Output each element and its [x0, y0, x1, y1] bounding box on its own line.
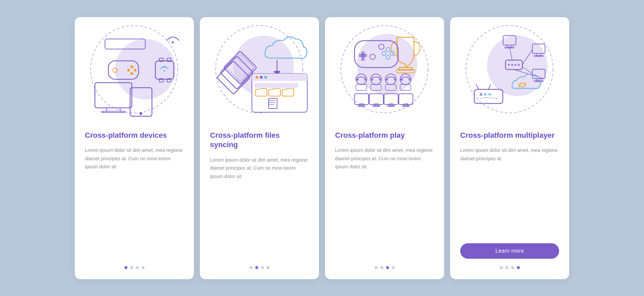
card-multiplayer-content: Cross-platform multiplayer Lorem ipsum d…	[450, 125, 569, 259]
dot-2	[255, 266, 258, 269]
svg-point-16	[134, 69, 137, 72]
card-files-illustration	[200, 17, 319, 125]
svg-rect-62	[400, 79, 403, 81]
dot-1	[124, 266, 127, 269]
svg-point-15	[130, 66, 133, 68]
dot-3	[511, 266, 514, 269]
svg-point-91	[518, 64, 520, 66]
dot-3	[261, 266, 264, 269]
svg-point-90	[515, 64, 517, 66]
card-files-title: Cross-platform files syncing	[210, 131, 309, 150]
card-files-syncing: Cross-platform files syncing Lorem ipsum…	[200, 17, 319, 279]
svg-line-100	[476, 84, 479, 89]
card-devices: Cross-platform devices Lorem ipsum dolor…	[75, 17, 194, 279]
svg-rect-49	[356, 84, 367, 90]
dot-3	[386, 266, 389, 269]
dot-1	[375, 266, 378, 269]
svg-rect-50	[356, 79, 359, 81]
svg-rect-59	[394, 79, 396, 81]
svg-point-20	[172, 41, 174, 43]
svg-point-88	[508, 64, 510, 66]
dot-2	[380, 266, 383, 269]
card-files-dots	[200, 266, 319, 269]
card-play-body: Lorem ipsum dolor sit dim amet, mea regi…	[335, 146, 434, 258]
svg-point-89	[511, 64, 513, 66]
dot-4	[392, 266, 395, 269]
svg-rect-54	[371, 79, 373, 81]
dot-1	[500, 266, 503, 269]
dot-4	[142, 266, 145, 269]
dot-4	[517, 266, 520, 269]
card-files-body: Lorem ipsum dolor sit dim amet, mea regi…	[210, 156, 309, 259]
card-multiplayer-title: Cross-platform multiplayer	[460, 131, 559, 140]
svg-rect-73	[399, 94, 413, 104]
svg-rect-70	[384, 94, 398, 104]
svg-point-17	[127, 69, 130, 72]
svg-point-18	[130, 72, 133, 75]
svg-rect-58	[386, 79, 388, 81]
svg-rect-41	[359, 54, 367, 57]
svg-rect-55	[379, 79, 381, 81]
card-play-title: Cross-platform play	[335, 131, 434, 140]
card-multiplayer-body: Lorem ipsum dolor sit dim amet, mea regi…	[460, 146, 559, 236]
svg-point-6	[140, 112, 142, 115]
svg-rect-4	[102, 111, 125, 113]
svg-rect-51	[364, 79, 367, 81]
card-play: Cross-platform play Lorem ipsum dolor si…	[325, 17, 444, 279]
svg-point-31	[256, 76, 258, 79]
card-play-content: Cross-platform play Lorem ipsum dolor si…	[325, 125, 444, 259]
svg-point-12	[164, 70, 165, 72]
svg-point-76	[487, 36, 547, 96]
svg-point-32	[260, 76, 263, 79]
card-multiplayer-dots	[450, 266, 569, 269]
card-devices-illustration	[75, 17, 194, 125]
card-play-illustration	[325, 17, 444, 125]
svg-point-99	[488, 93, 491, 96]
svg-rect-67	[369, 94, 383, 104]
card-multiplayer-illustration	[450, 17, 569, 125]
cards-container: Cross-platform devices Lorem ipsum dolor…	[65, 7, 579, 289]
dot-2	[505, 266, 508, 269]
card-devices-title: Cross-platform devices	[85, 131, 184, 140]
svg-point-97	[480, 93, 482, 96]
svg-rect-96	[474, 89, 503, 103]
card-devices-content: Cross-platform devices Lorem ipsum dolor…	[75, 125, 194, 259]
card-play-dots	[325, 266, 444, 269]
svg-point-98	[484, 93, 487, 96]
learn-more-button[interactable]: Learn more	[460, 243, 559, 259]
dot-3	[136, 266, 139, 269]
svg-line-101	[488, 84, 491, 89]
svg-point-36	[357, 34, 417, 94]
card-devices-body: Lorem ipsum dolor sit dim amet, mea regi…	[85, 146, 184, 258]
card-devices-dots	[75, 266, 194, 269]
card-multiplayer: Cross-platform multiplayer Lorem ipsum d…	[450, 17, 569, 279]
card-files-content: Cross-platform files syncing Lorem ipsum…	[200, 125, 319, 259]
svg-rect-63	[409, 79, 411, 81]
svg-point-33	[264, 76, 267, 79]
svg-rect-64	[355, 94, 369, 104]
dot-2	[130, 266, 133, 269]
dot-4	[267, 266, 270, 269]
svg-rect-34	[255, 83, 298, 88]
dot-1	[250, 266, 253, 269]
